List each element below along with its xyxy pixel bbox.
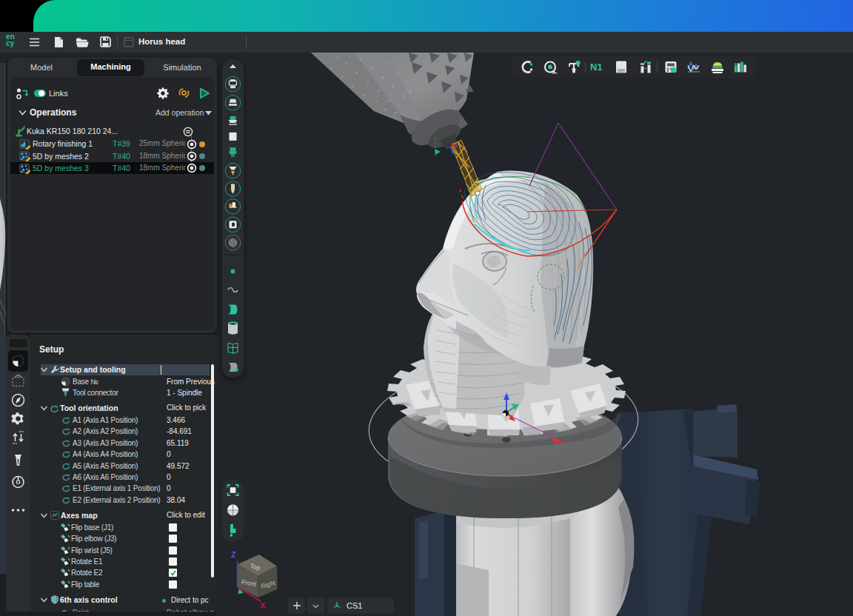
svg-text:N1: N1 bbox=[590, 61, 603, 73]
svg-text:N1: N1 bbox=[507, 420, 516, 427]
svg-text:X: X bbox=[260, 601, 266, 610]
svg-text:Z: Z bbox=[231, 550, 236, 559]
